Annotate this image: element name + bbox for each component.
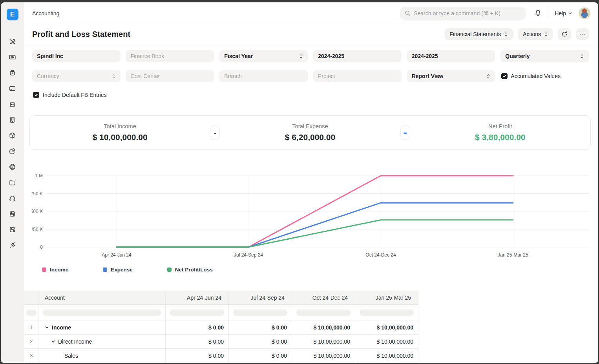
amount-cell[interactable]: $ 0.00 — [166, 320, 229, 335]
period-column-header[interactable]: Oct 24-Dec 24 — [292, 291, 355, 305]
accumulated-values-label: Accumulated Values — [511, 73, 561, 79]
financial-statements-menu-button[interactable]: Financial Statements — [445, 28, 513, 40]
amount-cell[interactable]: $ 0.00 — [229, 335, 292, 349]
toggles-icon[interactable] — [8, 209, 17, 218]
period-column-header[interactable]: Apr 24-Jun 24 — [166, 291, 229, 305]
amount-cell[interactable]: $ 0.00 — [229, 349, 292, 363]
checkbox-checked-icon[interactable] — [501, 73, 508, 79]
branch-filter[interactable]: Branch — [219, 70, 308, 82]
row-collapse-chevron-icon[interactable] — [51, 339, 55, 345]
topbar: Accounting Help — [24, 2, 598, 24]
series-net-profit-loss[interactable] — [117, 220, 513, 247]
shopping-bag-icon[interactable] — [8, 100, 17, 108]
toggles-2-icon[interactable] — [8, 225, 17, 234]
row-number: 1 — [24, 320, 38, 335]
include-default-fb-toggle[interactable]: Include Default FB Entries — [33, 92, 589, 98]
notifications-bell-icon[interactable] — [534, 9, 542, 17]
y-tick-label: 1 M — [35, 173, 43, 178]
pie-chart-icon[interactable] — [8, 147, 17, 155]
total-income-label: Total Income — [30, 123, 210, 129]
column-filter-cell[interactable] — [229, 305, 292, 320]
periodicity-select[interactable]: Quarterly — [500, 50, 589, 62]
currency-select[interactable]: Currency — [32, 70, 121, 82]
accumulated-values-toggle[interactable]: Accumulated Values — [500, 70, 589, 82]
to-fiscal-year-filter[interactable]: 2024-2025 — [407, 50, 495, 62]
legend-item[interactable]: Income — [42, 267, 68, 273]
column-filter-cell[interactable] — [355, 305, 418, 320]
table-row[interactable]: 1Income$ 0.00$ 0.00$ 10,00,000.00$ 10,00… — [24, 320, 418, 335]
series-expense[interactable] — [117, 203, 513, 247]
plug-icon[interactable] — [8, 241, 17, 249]
page-title: Profit and Loss Statement — [32, 30, 130, 39]
report-view-select[interactable]: Report View — [407, 70, 495, 82]
help-menu[interactable]: Help — [555, 10, 572, 16]
shield-check-icon[interactable] — [8, 162, 17, 171]
rownum-filter-cell[interactable] — [24, 305, 38, 320]
amount-cell[interactable]: $ 0.00 — [166, 335, 229, 349]
total-expense-label: Total Expense — [220, 123, 400, 129]
search-input[interactable] — [414, 10, 521, 16]
finance-book-filter[interactable]: Finance Book — [126, 50, 214, 62]
headset-icon[interactable] — [8, 194, 17, 202]
updown-chevron-icon — [544, 32, 548, 37]
cost-center-filter[interactable]: Cost Center — [126, 70, 214, 82]
column-filter-cell[interactable] — [166, 305, 229, 320]
amount-cell[interactable]: $ 10,00,000.00 — [355, 335, 418, 349]
minus-operator: - — [210, 125, 220, 140]
page-header: Profit and Loss Statement Financial Stat… — [24, 24, 598, 44]
avatar[interactable] — [579, 7, 590, 19]
pnl-line-chart[interactable]: 1 M750 K500 K250 K0Apr 24-Jun 24Jul 24-S… — [32, 165, 589, 261]
amount-cell[interactable]: $ 10,00,000.00 — [355, 349, 418, 363]
amount-cell[interactable]: $ 0.00 — [229, 320, 292, 335]
to-fiscal-year-value: 2024-2025 — [412, 53, 438, 59]
card-icon[interactable] — [8, 84, 17, 93]
from-fiscal-year-filter[interactable]: 2024-2025 — [313, 50, 402, 62]
row-collapse-chevron-icon[interactable] — [45, 324, 49, 331]
updown-chevron-icon — [299, 54, 303, 59]
satchel-icon[interactable] — [8, 68, 17, 77]
sidebar-nav — [8, 37, 17, 249]
account-column-header[interactable]: Account — [38, 291, 166, 305]
building-icon[interactable] — [8, 115, 17, 124]
account-cell[interactable]: Sales — [38, 349, 166, 363]
company-filter[interactable]: Spindl Inc — [32, 50, 121, 62]
row-number: 3 — [24, 349, 38, 363]
column-filter-cell[interactable] — [292, 305, 355, 320]
period-basis-select[interactable]: Fiscal Year — [219, 50, 308, 62]
amount-cell[interactable]: $ 10,00,000.00 — [292, 320, 355, 335]
amount-cell[interactable]: $ 0.00 — [166, 349, 229, 363]
folder-icon[interactable] — [8, 178, 17, 187]
table-filter-row — [24, 305, 418, 320]
account-cell[interactable]: Direct Income — [38, 335, 166, 349]
table-row[interactable]: 3Sales$ 0.00$ 0.00$ 10,00,000.00$ 10,00,… — [24, 349, 418, 363]
branch-placeholder: Branch — [224, 73, 241, 79]
amount-cell[interactable]: $ 10,00,000.00 — [292, 335, 355, 349]
actions-menu-button[interactable]: Actions — [518, 28, 553, 40]
tools-icon[interactable] — [8, 37, 17, 46]
y-tick-label: 750 K — [32, 191, 43, 197]
amount-cell[interactable]: $ 10,00,000.00 — [292, 349, 355, 363]
updown-chevron-icon — [580, 54, 584, 59]
checkbox-checked-icon[interactable] — [33, 92, 39, 98]
header-actions: Financial Statements Actions ⋯ — [445, 28, 589, 40]
project-filter[interactable]: Project — [313, 70, 402, 82]
equals-operator: = — [400, 125, 410, 140]
column-filter-cell[interactable] — [38, 305, 166, 320]
table-row[interactable]: 2Direct Income$ 0.00$ 0.00$ 10,00,000.00… — [24, 335, 418, 349]
legend-item[interactable]: Net Profit/Loss — [167, 267, 213, 273]
account-cell[interactable]: Income — [38, 320, 166, 335]
global-search[interactable] — [400, 7, 526, 20]
period-column-header[interactable]: Jan 25-Mar 25 — [355, 291, 418, 305]
package-icon[interactable] — [8, 131, 17, 140]
legend-swatch-icon — [42, 268, 46, 272]
divider — [548, 9, 548, 18]
amount-cell[interactable]: $ 10,00,000.00 — [355, 320, 418, 335]
erpnext-logo[interactable]: E — [7, 9, 18, 20]
ellipsis-icon: ⋯ — [579, 31, 586, 37]
period-column-header[interactable]: Jul 24-Sep 24 — [229, 291, 292, 305]
money-icon[interactable] — [8, 53, 17, 61]
legend-item[interactable]: Expense — [103, 267, 133, 273]
refresh-button[interactable] — [558, 28, 571, 40]
updown-chevron-icon — [112, 74, 116, 79]
more-options-button[interactable]: ⋯ — [576, 28, 589, 40]
